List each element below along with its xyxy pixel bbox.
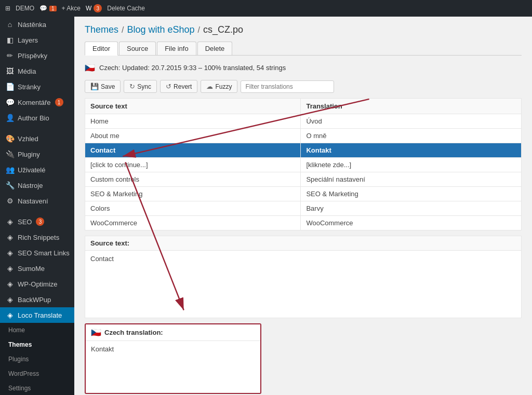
sidebar-item-sumome[interactable]: ◈ SumoMe [0, 261, 74, 276]
source-cell: About me [85, 129, 301, 143]
czech-translation-label: 🇨🇿 Czech translation: [86, 324, 260, 341]
loco-translate-icon: ◈ [5, 311, 15, 319]
czech-translation-content[interactable]: Kontakt [86, 341, 260, 393]
fuzzy-icon: ☁ [206, 83, 213, 90]
sidebar-submenu: Home Themes Plugins WordPress Settings [0, 323, 74, 395]
revert-button[interactable]: ↺ Revert [160, 80, 197, 93]
translation-cell: Barvy [301, 201, 522, 216]
save-button[interactable]: 💾 Save [85, 80, 121, 93]
main-layout: ⌂ Nástěnka ◧ Layers ✏ Příspěvky 🖼 Média … [0, 17, 532, 395]
appearance-icon: 🎨 [5, 134, 15, 143]
sidebar-item-seo[interactable]: ◈ SEO 3 [0, 214, 74, 229]
sidebar-item-loco-translate[interactable]: ◈ Loco Translate [0, 307, 74, 323]
seo-icon: ◈ [5, 217, 15, 226]
tab-file-info[interactable]: File info [157, 42, 196, 55]
sidebar-item-stranky[interactable]: 📄 Stránky [0, 79, 74, 94]
source-section: Source text: Contact [85, 236, 522, 318]
settings-icon: ⚙ [5, 197, 15, 205]
sidebar-item-media[interactable]: 🖼 Média [0, 63, 74, 79]
table-row[interactable]: Custom controlsSpeciální nastavení [85, 172, 522, 187]
table-row[interactable]: ColorsBarvy [85, 201, 522, 216]
table-row[interactable]: [click to continue...][kliknete zde...] [85, 158, 522, 172]
sidebar-submenu-wordpress[interactable]: WordPress [0, 366, 74, 381]
sync-button[interactable]: ↻ Sync [124, 80, 157, 93]
sidebar-item-uzivatele[interactable]: 👥 Uživatelé [0, 162, 74, 178]
tab-delete[interactable]: Delete [197, 42, 233, 55]
tab-source[interactable]: Source [119, 42, 156, 55]
translation-area: Source text Translation HomeÚvodAbout me… [85, 98, 522, 394]
sync-icon: ↻ [129, 83, 135, 90]
seo-smart-links-icon: ◈ [5, 249, 15, 257]
translation-cell: WooCommerce [301, 216, 522, 230]
delete-cache-link[interactable]: Delete Cache [107, 5, 145, 12]
translation-cell: O mně [301, 129, 522, 143]
sidebar-item-seo-smart-links[interactable]: ◈ SEO Smart Links [0, 245, 74, 261]
breadcrumb-file: cs_CZ.po [203, 24, 243, 35]
author-icon: 👤 [5, 114, 15, 122]
admin-bar: ⊞ DEMO 💬 1 + Akce W 3 Delete Cache [0, 0, 532, 17]
layers-icon: ◧ [5, 36, 15, 44]
breadcrumb: Themes / Blog with eShop / cs_CZ.po [85, 24, 522, 35]
source-cell: SEO & Marketing [85, 187, 301, 201]
sidebar-item-author-bio[interactable]: 👤 Author Bio [0, 110, 74, 126]
wp-icon-link[interactable]: W 3 [86, 4, 102, 12]
sidebar-item-wp-optimize[interactable]: ◈ WP-Optimize [0, 276, 74, 292]
sidebar-item-rich-snippets[interactable]: ◈ Rich Snippets [0, 229, 74, 245]
breadcrumb-blog-link[interactable]: Blog with eShop [127, 24, 194, 35]
sidebar-item-komentare[interactable]: 💬 Komentáře 1 [0, 94, 74, 110]
table-row[interactable]: WooCommerceWooCommerce [85, 216, 522, 230]
status-bar: 🇨🇿 Czech: Updated: 20.7.2015 9:33 – 100%… [85, 63, 522, 73]
sidebar-item-vzhled[interactable]: 🎨 Vzhled [0, 131, 74, 146]
sidebar-item-nastroje[interactable]: 🔧 Nástroje [0, 178, 74, 193]
backwpup-icon: ◈ [5, 295, 15, 304]
table-row[interactable]: ContactKontakt [85, 143, 522, 158]
czech-flag-2: 🇨🇿 [91, 328, 101, 337]
breadcrumb-themes-link[interactable]: Themes [85, 24, 118, 35]
home-icon: ⌂ [5, 20, 15, 29]
wp-icon: ⊞ [5, 5, 10, 12]
translation-cell: [kliknete zde...] [301, 158, 522, 172]
table-row[interactable]: About meO mně [85, 129, 522, 143]
tab-editor[interactable]: Editor [85, 42, 118, 56]
czech-flag: 🇨🇿 [85, 63, 95, 73]
comments-link[interactable]: 💬 1 [39, 5, 57, 12]
filter-input[interactable] [241, 80, 334, 93]
status-text: Czech: Updated: 20.7.2015 9:33 – 100% tr… [99, 64, 286, 72]
sidebar: ⌂ Nástěnka ◧ Layers ✏ Příspěvky 🖼 Média … [0, 17, 74, 395]
sidebar-submenu-plugins[interactable]: Plugins [0, 352, 74, 366]
sidebar-item-pluginy[interactable]: 🔌 Pluginy [0, 146, 74, 162]
col-source-text: Source text [85, 99, 301, 114]
table-row[interactable]: HomeÚvod [85, 114, 522, 129]
sidebar-item-nastenska[interactable]: ⌂ Nástěnka [0, 17, 74, 32]
sidebar-item-nastaveni[interactable]: ⚙ Nastavení [0, 193, 74, 209]
source-section-label: Source text: [85, 236, 522, 251]
fuzzy-button[interactable]: ☁ Fuzzy [201, 80, 237, 93]
add-new-link[interactable]: + Akce [62, 5, 81, 12]
site-name[interactable]: DEMO [16, 5, 34, 12]
source-cell: Contact [85, 143, 301, 158]
wp-optimize-icon: ◈ [5, 280, 15, 288]
translation-cell: Kontakt [301, 143, 522, 158]
sidebar-item-backwpup[interactable]: ◈ BackWPup [0, 292, 74, 307]
table-row[interactable]: SEO & MarketingSEO & Marketing [85, 187, 522, 201]
source-cell: Colors [85, 201, 301, 216]
page-content: Themes / Blog with eShop / cs_CZ.po Edit… [74, 17, 532, 395]
revert-icon: ↺ [166, 83, 171, 90]
source-cell: [click to continue...] [85, 158, 301, 172]
rich-snippets-icon: ◈ [5, 233, 15, 241]
col-translation: Translation [301, 99, 522, 114]
content-area: Themes / Blog with eShop / cs_CZ.po Edit… [74, 17, 532, 395]
translation-cell: SEO & Marketing [301, 187, 522, 201]
plugins-icon: 🔌 [5, 150, 15, 158]
sidebar-submenu-settings[interactable]: Settings [0, 381, 74, 395]
wp-logo[interactable]: ⊞ [5, 5, 10, 12]
translation-cell: Speciální nastavení [301, 172, 522, 187]
translation-cell: Úvod [301, 114, 522, 129]
source-cell: WooCommerce [85, 216, 301, 230]
sidebar-submenu-home[interactable]: Home [0, 323, 74, 337]
sidebar-item-prispevky[interactable]: ✏ Příspěvky [0, 48, 74, 63]
sidebar-submenu-themes[interactable]: Themes [0, 337, 74, 352]
edit-icon: ✏ [5, 51, 15, 60]
sumome-icon: ◈ [5, 264, 15, 273]
sidebar-item-layers[interactable]: ◧ Layers [0, 32, 74, 48]
